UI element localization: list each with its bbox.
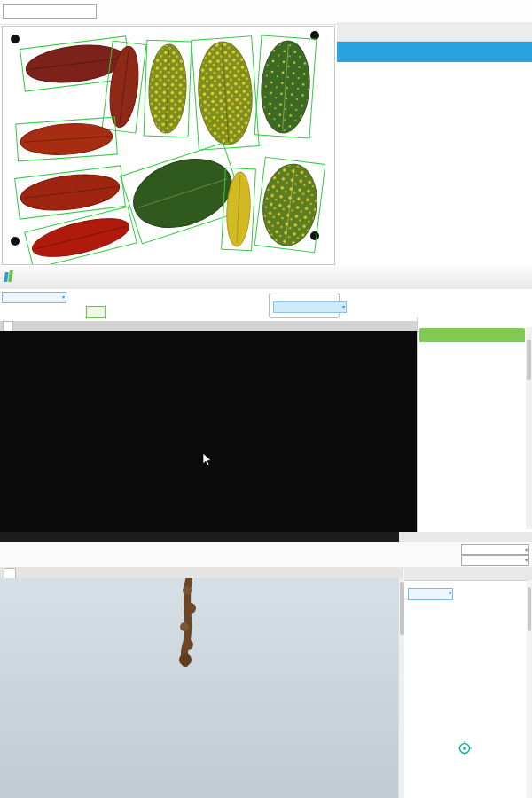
seed-image-canvas[interactable] [0, 331, 417, 532]
image-tab-strip [0, 321, 417, 331]
root-toolbar [0, 542, 532, 568]
window-title-bar [0, 532, 532, 542]
leaf-analyzer-window [0, 0, 532, 267]
result-table-header [419, 328, 525, 342]
root-photo [0, 578, 398, 798]
scrollbar[interactable] [527, 580, 532, 798]
seed-counter-window [0, 266, 532, 533]
calibration-dot [11, 237, 20, 246]
modify-button[interactable] [86, 306, 106, 318]
nodule-action-row [404, 586, 532, 602]
seed-type-select[interactable] [2, 292, 66, 303]
scrollbar[interactable] [526, 327, 532, 529]
title-bar-right [399, 532, 532, 542]
calibration-dot [310, 231, 319, 240]
result-action-row [404, 602, 532, 606]
calibration-dot [11, 35, 20, 43]
leaf-photo [3, 27, 334, 264]
leaf-result-panel [337, 22, 532, 263]
leaf-result-tabs [337, 22, 532, 42]
seed-result-panel [417, 317, 532, 532]
leaf-table-header [337, 42, 532, 62]
seed-main-toolbar [0, 266, 532, 290]
current-image-select[interactable] [461, 544, 529, 555]
analysis-tabs [404, 567, 532, 581]
mouse-cursor [202, 453, 213, 467]
nodule-mode-select[interactable] [408, 588, 453, 600]
brand-logo [4, 270, 17, 282]
library-select[interactable] [273, 301, 347, 313]
recognition-library-group [269, 293, 340, 318]
touch-cursor-icon [458, 741, 472, 755]
filename-input[interactable] [3, 4, 97, 19]
root-analyzer-window [0, 532, 532, 798]
brand-icon [4, 270, 14, 282]
image-controls [416, 544, 529, 566]
panel-title [418, 317, 532, 328]
leaf-toolbar [0, 0, 532, 25]
root-image-canvas[interactable] [0, 578, 398, 798]
leaf-image-canvas[interactable] [2, 26, 335, 265]
root-analysis-panel [404, 567, 532, 798]
multiply-select[interactable] [461, 555, 529, 566]
